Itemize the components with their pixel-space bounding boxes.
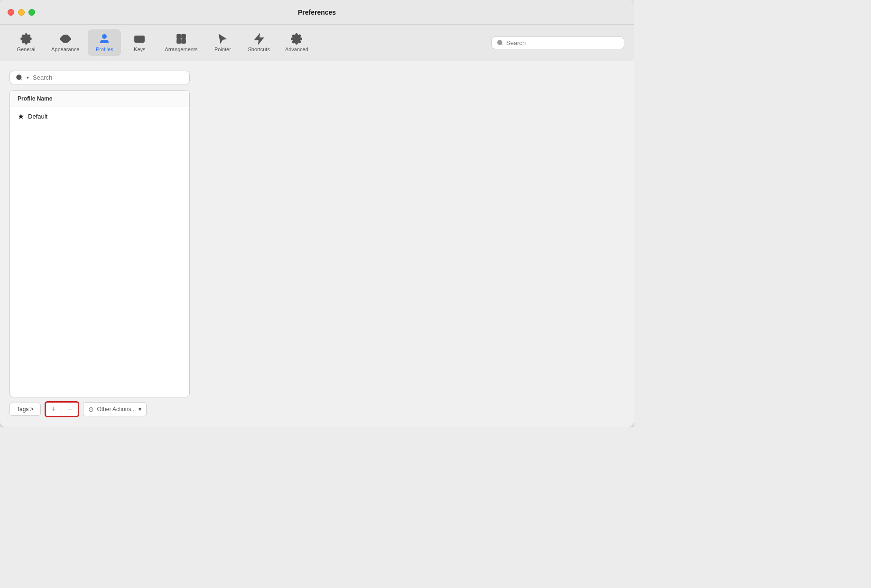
toolbar-item-general[interactable]: General (9, 29, 43, 56)
profile-table: Profile Name ★ Default (9, 90, 190, 397)
default-star-icon: ★ (18, 112, 24, 121)
profile-name: Default (28, 113, 47, 120)
bolt-icon (253, 33, 265, 45)
svg-line-14 (20, 79, 22, 80)
window-controls (8, 9, 35, 16)
svg-line-12 (501, 44, 503, 46)
toolbar-item-appearance-label: Appearance (51, 46, 79, 52)
add-profile-button[interactable]: + (46, 403, 62, 416)
toolbar-item-shortcuts[interactable]: Shortcuts (241, 29, 276, 56)
profile-search-bar[interactable]: ▾ (9, 71, 190, 84)
tags-button[interactable]: Tags > (9, 403, 41, 416)
minimize-button[interactable] (18, 9, 25, 16)
profile-table-header: Profile Name (10, 91, 189, 107)
toolbar-item-profiles[interactable]: Profiles (88, 29, 121, 56)
other-actions-arrow: ▾ (139, 406, 141, 413)
profile-table-body: ★ Default (10, 107, 189, 397)
profile-row-default[interactable]: ★ Default (10, 107, 189, 126)
toolbar-item-advanced[interactable]: Advanced (278, 29, 315, 56)
svg-rect-6 (177, 39, 181, 43)
arrangements-icon (176, 33, 187, 45)
svg-point-13 (17, 75, 21, 80)
svg-rect-7 (182, 39, 185, 43)
profile-search-icon (16, 74, 23, 81)
svg-point-11 (498, 40, 502, 45)
toolbar-item-arrangements[interactable]: Arrangements (158, 29, 204, 56)
toolbar-item-profiles-label: Profiles (96, 46, 113, 52)
advanced-gear-icon (291, 33, 302, 45)
person-icon (99, 33, 110, 45)
other-actions-icon: ⊙ (88, 405, 94, 413)
svg-marker-8 (255, 34, 263, 44)
toolbar-item-arrangements-label: Arrangements (165, 46, 197, 52)
bottom-bar: Tags > + − ⊙ Other Actions... ▾ (9, 401, 190, 417)
svg-rect-5 (182, 35, 185, 38)
window-title: Preferences (298, 9, 336, 16)
svg-point-10 (293, 36, 295, 37)
toolbar: General Appearance Profiles (0, 25, 634, 61)
search-dropdown-arrow[interactable]: ▾ (27, 75, 29, 80)
svg-point-1 (64, 37, 67, 40)
toolbar-item-appearance[interactable]: Appearance (45, 29, 86, 56)
remove-profile-button[interactable]: − (62, 403, 78, 416)
toolbar-search-icon (497, 39, 503, 46)
profile-panel: Profile Name ★ Default (9, 90, 190, 397)
maximize-button[interactable] (28, 9, 35, 16)
other-actions-label: Other Actions... (97, 406, 136, 413)
preferences-window: Preferences General Appearance (0, 0, 634, 427)
close-button[interactable] (8, 9, 14, 16)
toolbar-item-pointer-label: Pointer (214, 46, 231, 52)
toolbar-search-box[interactable] (491, 37, 624, 49)
svg-point-2 (102, 35, 106, 38)
toolbar-item-advanced-label: Advanced (285, 46, 308, 52)
toolbar-item-keys-label: Keys (134, 46, 145, 52)
other-actions-button[interactable]: ⊙ Other Actions... ▾ (83, 402, 147, 416)
titlebar: Preferences (0, 0, 634, 25)
gear-icon (20, 33, 32, 45)
profile-search-input[interactable] (33, 74, 184, 81)
eye-icon (60, 33, 71, 45)
add-remove-group: + − (45, 401, 80, 417)
toolbar-search-input[interactable] (506, 39, 619, 46)
svg-rect-3 (135, 36, 144, 42)
keyboard-icon (134, 33, 145, 45)
svg-rect-4 (177, 35, 181, 38)
toolbar-item-general-label: General (17, 46, 35, 52)
toolbar-item-pointer[interactable]: Pointer (206, 29, 239, 56)
toolbar-item-shortcuts-label: Shortcuts (248, 46, 269, 52)
main-content: ▾ Profile Name ★ Default Tags > + − (0, 61, 634, 427)
toolbar-item-keys[interactable]: Keys (123, 29, 156, 56)
pointer-icon (217, 33, 228, 45)
